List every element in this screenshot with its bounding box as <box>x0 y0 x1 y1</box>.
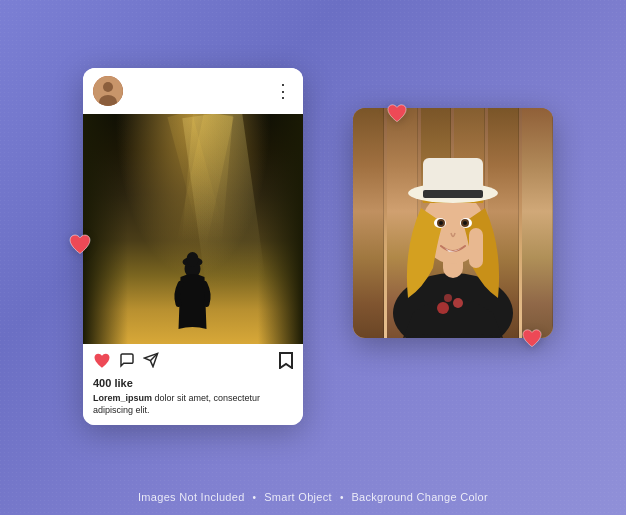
footer-dot-1: • <box>253 492 257 503</box>
svg-point-18 <box>439 221 443 225</box>
footer-dot-2: • <box>340 492 344 503</box>
svg-rect-20 <box>469 228 483 268</box>
more-options-button[interactable]: ⋮ <box>274 82 293 100</box>
svg-point-5 <box>187 252 199 266</box>
post-caption: Lorem_ipsum dolor sit amet, consectetur … <box>93 392 293 417</box>
scene-container: ⋮ <box>63 48 563 468</box>
action-bar <box>93 352 293 373</box>
floating-heart-top-right <box>386 103 408 129</box>
post-image <box>83 114 303 344</box>
bottom-footer: Images Not Included • Smart Object • Bac… <box>0 491 626 503</box>
action-icons <box>93 352 159 373</box>
post-username: Lorem_ipsum <box>93 393 152 403</box>
likes-count: 400 like <box>93 377 293 389</box>
floating-heart-left <box>68 233 92 261</box>
photo-card <box>353 108 553 338</box>
like-button[interactable] <box>93 352 111 373</box>
svg-rect-13 <box>423 190 483 198</box>
save-button[interactable] <box>279 352 293 373</box>
svg-point-1 <box>103 82 113 92</box>
svg-point-19 <box>463 221 467 225</box>
share-button[interactable] <box>143 352 159 372</box>
card-header: ⋮ <box>83 68 303 114</box>
card-footer: 400 like Lorem_ipsum dolor sit amet, con… <box>83 344 303 425</box>
comment-button[interactable] <box>119 352 135 372</box>
avatar <box>93 76 123 106</box>
footer-background-change: Background Change Color <box>351 491 488 503</box>
footer-smart-object: Smart Object <box>264 491 332 503</box>
svg-point-22 <box>453 298 463 308</box>
instagram-card: ⋮ <box>83 68 303 425</box>
photo-scene <box>353 108 553 338</box>
footer-images-not-included: Images Not Included <box>138 491 245 503</box>
svg-point-21 <box>437 302 449 314</box>
svg-point-23 <box>444 294 452 302</box>
floating-heart-right <box>521 328 543 354</box>
